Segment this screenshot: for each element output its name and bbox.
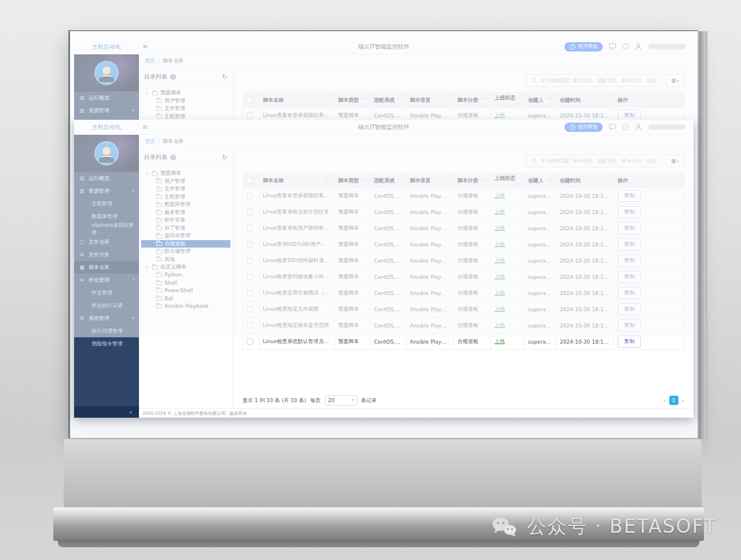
column-header[interactable]: 适配系统↓↑ <box>370 93 406 108</box>
sidebar-item-script-repo[interactable]: ▦脚本仓库 <box>74 261 139 274</box>
column-header[interactable]: 创建时间↓↑ <box>556 174 614 188</box>
sidebar-item-job-mgmt[interactable]: ≡作业管理▾ <box>74 274 139 286</box>
column-header[interactable]: 适配系统↓↑ <box>370 174 406 188</box>
row-checkbox[interactable] <box>247 241 253 248</box>
tree-group[interactable]: ▾自定义脚本 <box>141 263 230 271</box>
tree-item[interactable]: Shell <box>141 279 230 287</box>
sort-icon[interactable]: ↓↑ <box>515 102 520 106</box>
column-header[interactable]: 上线状态↓↑ <box>491 93 524 108</box>
tree-item[interactable]: 软件安装 <box>141 216 230 224</box>
column-header[interactable]: 脚本分类↓↑ <box>454 174 491 188</box>
copy-button[interactable]: 复制 <box>618 238 641 250</box>
sidebar-subitem[interactable]: 主机管理 <box>74 197 139 210</box>
status-online-link[interactable]: 上线 <box>494 241 505 247</box>
tree-item[interactable]: 主机管理 <box>141 113 230 121</box>
info-icon[interactable]: i <box>622 124 629 130</box>
column-header[interactable]: 创建人↓↑ <box>524 174 556 188</box>
sidebar-subitem[interactable]: 数据库管理 <box>74 210 139 223</box>
sort-icon[interactable]: ↓↑ <box>397 97 402 101</box>
copy-button[interactable]: 复制 <box>618 206 641 218</box>
breadcrumb-home[interactable]: 首页 <box>145 138 155 145</box>
column-header[interactable]: 脚本名称↓↑ <box>259 93 335 108</box>
column-header[interactable]: 创建时间↓↑ <box>556 93 614 108</box>
sort-icon[interactable]: ↓↑ <box>604 97 610 101</box>
tree-item[interactable]: 防火墙管理 <box>141 248 230 256</box>
sidebar-item-resource-mgmt[interactable]: ▥资源管理▾ <box>74 185 139 197</box>
column-header[interactable]: 脚本语言↓↑ <box>406 174 454 188</box>
hamburger-icon[interactable]: ≡ <box>142 123 148 131</box>
help-circle-icon[interactable]: ? <box>170 154 176 160</box>
copy-button[interactable]: 复制 <box>618 336 641 348</box>
status-online-link[interactable]: 上线 <box>494 257 505 263</box>
select-all-checkbox[interactable] <box>247 97 253 104</box>
hamburger-icon[interactable]: ≡ <box>142 43 148 50</box>
next-page-button[interactable]: › <box>682 397 684 404</box>
copy-button[interactable]: 复制 <box>618 303 641 315</box>
refresh-icon[interactable]: ↻ <box>222 73 228 81</box>
tree-item[interactable]: 用户管理 <box>141 97 230 105</box>
sort-icon[interactable]: ↓↑ <box>325 177 331 182</box>
tree-item[interactable]: 补丁管理 <box>141 224 230 233</box>
sidebar-collapse-button[interactable]: ‹ <box>74 406 139 418</box>
sort-icon[interactable]: ↓↑ <box>604 177 610 182</box>
user-icon[interactable] <box>635 124 642 131</box>
copy-button[interactable]: 复制 <box>618 190 641 202</box>
sidebar-subitem[interactable]: vSphere虚拟化管理 <box>74 223 139 235</box>
tree-item[interactable]: 虚拟化管理 <box>141 232 230 240</box>
help-button[interactable]: ? 使用帮助 <box>564 42 603 51</box>
row-checkbox[interactable] <box>247 338 253 345</box>
row-checkbox[interactable] <box>247 112 253 119</box>
search-input[interactable] <box>540 158 657 164</box>
row-checkbox[interactable] <box>247 290 253 296</box>
row-checkbox[interactable] <box>247 193 253 199</box>
status-online-link[interactable]: 上线 <box>494 306 505 312</box>
copy-button[interactable]: 复制 <box>618 271 641 283</box>
copy-button[interactable]: 复制 <box>618 222 641 234</box>
status-online-link[interactable]: 上线 <box>494 274 505 279</box>
tree-item[interactable]: 文件管理 <box>141 185 230 193</box>
tree-item[interactable]: Python <box>141 271 230 279</box>
help-circle-icon[interactable]: ? <box>170 74 176 80</box>
status-online-link[interactable]: 上线 <box>494 322 505 328</box>
sort-icon[interactable]: ↓↑ <box>546 97 552 101</box>
status-online-link[interactable]: 上线 <box>494 338 505 344</box>
sidebar-subitem[interactable]: 危险指令管理 <box>74 337 139 350</box>
column-header[interactable]: 上线状态↓↑ <box>491 174 524 188</box>
prev-page-button[interactable]: ‹ <box>663 397 665 404</box>
tree-item[interactable]: Bat <box>141 294 230 303</box>
sort-icon[interactable]: ↓↑ <box>444 97 450 101</box>
sidebar-item-system-mgmt[interactable]: ⚙系统管理▾ <box>74 312 139 325</box>
status-online-link[interactable]: 上线 <box>494 290 505 296</box>
sort-icon[interactable]: ↓↑ <box>325 97 331 101</box>
message-icon[interactable] <box>609 43 616 50</box>
status-online-link[interactable]: 上线 <box>494 112 505 118</box>
status-online-link[interactable]: 上线 <box>494 225 505 231</box>
message-icon[interactable] <box>609 124 616 130</box>
row-checkbox[interactable] <box>247 306 253 312</box>
sidebar-subitem[interactable]: 执行代理管理 <box>74 325 139 337</box>
tree-item[interactable]: 文件管理 <box>141 105 230 113</box>
select-all-checkbox[interactable] <box>247 178 253 184</box>
current-page-button[interactable]: 1 <box>669 396 678 405</box>
sort-icon[interactable]: ↓↑ <box>546 177 552 182</box>
tree-item[interactable]: 主机管理 <box>141 193 230 201</box>
sidebar-subitem[interactable]: 作业管理 <box>74 286 139 299</box>
sidebar-item-file-repo[interactable]: ▢文件仓库 <box>74 235 139 248</box>
sort-icon[interactable]: ↓↑ <box>361 97 366 101</box>
copy-button[interactable]: 复制 <box>618 319 641 331</box>
sidebar-item-run-overview[interactable]: ▤运行概览 <box>74 91 139 104</box>
sidebar-item-run-overview[interactable]: ▤运行概览 <box>74 172 139 185</box>
sort-icon[interactable]: ↓↑ <box>397 177 402 182</box>
status-online-link[interactable]: 上线 <box>494 209 505 215</box>
tree-item[interactable]: 其他 <box>141 256 230 264</box>
sidebar-subitem[interactable]: 作业执行记录 <box>74 299 139 312</box>
tree-item[interactable]: 服务管理 <box>141 209 230 217</box>
tree-group[interactable]: ▾预置脚本 <box>141 170 230 178</box>
row-checkbox[interactable] <box>247 322 253 329</box>
sort-icon[interactable]: ↓↑ <box>361 177 366 182</box>
column-header[interactable]: 脚本类型↓↑ <box>335 174 370 188</box>
row-checkbox[interactable] <box>247 209 253 215</box>
search-input[interactable] <box>540 78 657 83</box>
row-checkbox[interactable] <box>247 225 253 231</box>
row-checkbox[interactable] <box>247 274 253 280</box>
